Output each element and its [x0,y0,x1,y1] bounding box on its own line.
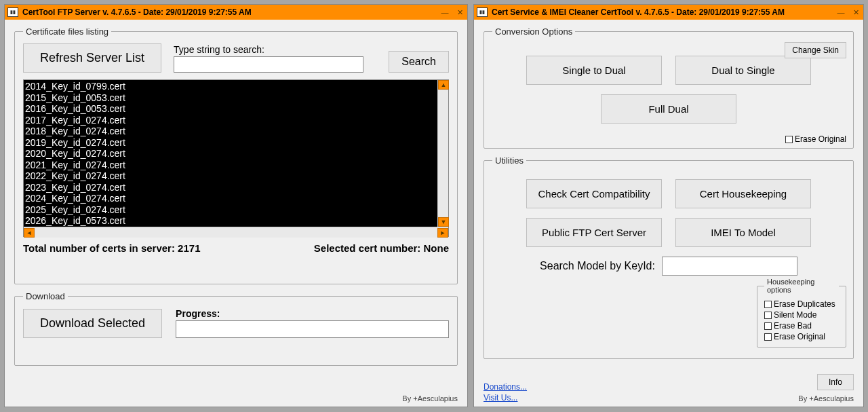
list-item[interactable]: 2019_Key_id_0274.cert [25,137,447,149]
silent-mode-checkbox[interactable]: Silent Mode [764,310,839,320]
credit-label: By +Aesculapius [798,394,854,402]
list-item[interactable]: 2025_Key_id_0274.cert [25,204,447,216]
list-item[interactable]: 2022_Key_id_0274.cert [25,170,447,182]
selected-cert-label: Selected cert number: None [314,242,449,254]
list-item[interactable]: 2024_Key_id_0274.cert [25,193,447,204]
ftp-server-window: ▮▮ CertTool FTP Server v. 4.7.6.5 - Date… [4,4,468,407]
credit-label: By +Aesculapius [402,394,458,402]
list-item[interactable]: 2015_Key_id_0053.cert [25,92,447,104]
list-item[interactable]: 2016_Key_id_0053.cert [25,103,447,115]
erase-original-hk-checkbox[interactable]: Erase Original [764,332,839,341]
cert-listbox[interactable]: 2014_Key_id_0799.cert2015_Key_id_0053.ce… [23,79,449,237]
search-model-input[interactable] [662,257,797,276]
dual-to-single-button[interactable]: Dual to Single [675,56,811,85]
progress-label: Progress: [176,308,449,319]
conversion-legend: Conversion Options [492,26,575,37]
minimize-icon[interactable]: — [836,7,846,17]
app-icon: ▮▮ [7,7,18,17]
donations-link[interactable]: Donations... [484,382,527,392]
erase-duplicates-checkbox[interactable]: Erase Duplicates [764,299,839,309]
cert-service-window: ▮▮ Cert Service & IMEI Cleaner CertTool … [473,4,864,407]
scroll-up-icon[interactable]: ▲ [438,80,449,90]
search-input[interactable] [174,56,363,73]
window-title: CertTool FTP Server v. 4.7.6.5 - Date: 2… [22,7,440,17]
search-model-label: Search Model by KeyId: [540,260,655,272]
list-item[interactable]: 2021_Key_id_0274.cert [25,160,447,171]
horizontal-scrollbar[interactable]: ◄ ► [24,227,448,238]
change-skin-button[interactable]: Change Skin [785,42,846,58]
list-item[interactable]: 2017_Key_id_0274.cert [25,115,447,126]
download-group: Download Download Selected Progress: [14,291,458,366]
close-icon[interactable]: ✕ [455,7,465,17]
list-item[interactable]: 2014_Key_id_0799.cert [25,81,447,92]
progress-bar [176,320,449,338]
scroll-down-icon[interactable]: ▼ [438,217,449,227]
list-item[interactable]: 2020_Key_id_0274.cert [25,148,447,160]
full-dual-button[interactable]: Full Dual [601,94,736,124]
erase-bad-checkbox[interactable]: Erase Bad [764,321,839,331]
list-item[interactable]: 2026_Key_id_0573.cert [25,215,447,227]
conversion-group: Conversion Options Change Skin Single to… [484,26,854,149]
download-selected-button[interactable]: Download Selected [23,309,162,338]
minimize-icon[interactable]: — [440,7,450,17]
total-certs-label: Total number of certs in server: 2171 [23,242,200,254]
erase-original-checkbox[interactable]: Erase Original [785,134,846,144]
public-ftp-button[interactable]: Public FTP Cert Server [526,218,662,247]
close-icon[interactable]: ✕ [851,7,861,17]
app-icon: ▮▮ [477,7,488,17]
download-legend: Download [23,291,68,301]
utilities-legend: Utilities [492,155,526,166]
window-title: Cert Service & IMEI Cleaner CertTool v. … [492,7,836,17]
titlebar[interactable]: ▮▮ CertTool FTP Server v. 4.7.6.5 - Date… [5,5,467,20]
cert-listing-legend: Certificate files listing [23,26,111,37]
info-button[interactable]: Info [817,374,854,390]
housekeeping-options-group: Housekeeping options Erase Duplicates Si… [757,278,846,348]
visit-us-link[interactable]: Visit Us... [484,393,527,402]
titlebar[interactable]: ▮▮ Cert Service & IMEI Cleaner CertTool … [474,5,863,20]
check-cert-compat-button[interactable]: Check Cert Compatibility [526,179,662,208]
scroll-left-icon[interactable]: ◄ [24,228,35,238]
housekeeping-legend: Housekeeping options [764,278,839,294]
scroll-right-icon[interactable]: ► [437,228,448,238]
utilities-group: Utilities Check Cert Compatibility Cert … [484,155,854,359]
vertical-scrollbar[interactable]: ▲ ▼ [437,80,448,227]
list-item[interactable]: 2023_Key_id_0274.cert [25,182,447,193]
list-item[interactable]: 2018_Key_id_0274.cert [25,126,447,137]
search-button[interactable]: Search [389,51,449,73]
imei-to-model-button[interactable]: IMEI To Model [675,218,811,247]
cert-housekeeping-button[interactable]: Cert Housekeeping [675,179,811,208]
refresh-server-button[interactable]: Refresh Server List [23,43,161,73]
single-to-dual-button[interactable]: Single to Dual [526,56,662,85]
cert-listing-group: Certificate files listing Refresh Server… [14,26,458,284]
search-label: Type string to search: [174,44,376,55]
